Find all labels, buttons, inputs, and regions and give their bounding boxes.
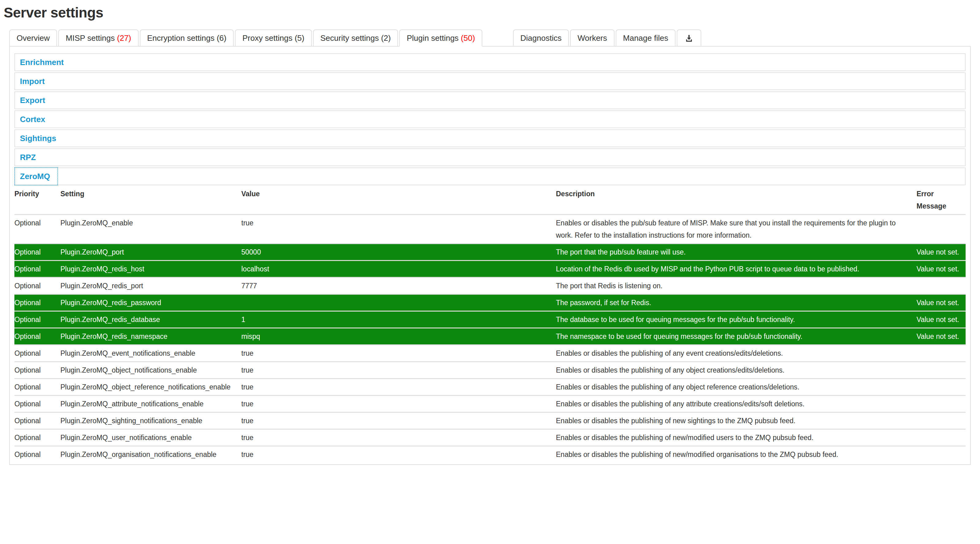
tab-label: Manage files bbox=[623, 33, 668, 43]
description-cell: Enables or disables the publishing of ne… bbox=[556, 429, 916, 445]
description-cell: Enables or disables the publishing of an… bbox=[556, 378, 916, 395]
setting-cell: Plugin.ZeroMQ_port bbox=[60, 243, 241, 260]
value-cell[interactable]: mispq bbox=[241, 328, 556, 344]
section-label[interactable]: ZeroMQ bbox=[20, 172, 50, 181]
plugin-settings-panel: EnrichmentImportExportCortexSightingsRPZ… bbox=[9, 47, 971, 465]
priority-cell: Optional bbox=[14, 243, 60, 260]
server-settings-page: Server settings OverviewMISP settings (2… bbox=[0, 0, 980, 465]
col-header-setting: Setting bbox=[60, 186, 241, 214]
value-cell[interactable] bbox=[241, 294, 556, 311]
error-message-cell bbox=[916, 277, 966, 294]
tab-diagnostics[interactable]: Diagnostics bbox=[513, 29, 569, 47]
value-cell[interactable]: localhost bbox=[241, 260, 556, 277]
error-message-cell bbox=[916, 361, 966, 378]
setting-cell: Plugin.ZeroMQ_redis_database bbox=[60, 311, 241, 328]
section-label[interactable]: Cortex bbox=[20, 115, 45, 124]
value-cell[interactable]: true bbox=[241, 344, 556, 361]
section-label[interactable]: Sightings bbox=[20, 134, 56, 143]
tab-plugin-settings[interactable]: Plugin settings (50) bbox=[399, 29, 482, 47]
tab-misp-settings[interactable]: MISP settings (27) bbox=[58, 29, 138, 47]
error-message-cell: Value not set. bbox=[916, 294, 966, 311]
priority-cell: Optional bbox=[14, 412, 60, 429]
tab-label: Diagnostics bbox=[520, 33, 562, 43]
plugin-section-enrichment[interactable]: Enrichment bbox=[14, 53, 966, 71]
priority-cell: Optional bbox=[14, 395, 60, 412]
setting-cell: Plugin.ZeroMQ_redis_host bbox=[60, 260, 241, 277]
nav-tabs: OverviewMISP settings (27)Encryption set… bbox=[9, 29, 971, 47]
priority-cell: Optional bbox=[14, 361, 60, 378]
error-message-cell: Value not set. bbox=[916, 328, 966, 344]
setting-row: OptionalPlugin.ZeroMQ_redis_passwordThe … bbox=[14, 294, 966, 311]
description-cell: Location of the Redis db used by MISP an… bbox=[556, 260, 916, 277]
section-label[interactable]: Enrichment bbox=[20, 58, 64, 67]
setting-row: OptionalPlugin.ZeroMQ_event_notification… bbox=[14, 344, 966, 361]
error-message-cell bbox=[916, 429, 966, 445]
plugin-section-sightings[interactable]: Sightings bbox=[14, 129, 966, 147]
value-cell[interactable]: 1 bbox=[241, 311, 556, 328]
setting-row: OptionalPlugin.ZeroMQ_redis_database1The… bbox=[14, 311, 966, 328]
description-cell: Enables or disables the publishing of an… bbox=[556, 344, 916, 361]
setting-row: OptionalPlugin.ZeroMQ_enabletrueEnables … bbox=[14, 214, 966, 243]
priority-cell: Optional bbox=[14, 344, 60, 361]
setting-row: OptionalPlugin.ZeroMQ_redis_port7777The … bbox=[14, 277, 966, 294]
plugin-section-import[interactable]: Import bbox=[14, 72, 966, 90]
setting-cell: Plugin.ZeroMQ_object_notifications_enabl… bbox=[60, 361, 241, 378]
error-message-cell bbox=[916, 412, 966, 429]
download-tab[interactable] bbox=[677, 29, 701, 47]
priority-cell: Optional bbox=[14, 214, 60, 243]
description-cell: The password, if set for Redis. bbox=[556, 294, 916, 311]
tab-label: MISP settings bbox=[65, 33, 117, 43]
description-cell: The namespace to be used for queuing mes… bbox=[556, 328, 916, 344]
value-cell[interactable]: true bbox=[241, 412, 556, 429]
value-cell[interactable]: true bbox=[241, 429, 556, 445]
setting-cell: Plugin.ZeroMQ_redis_port bbox=[60, 277, 241, 294]
value-cell[interactable]: true bbox=[241, 445, 556, 463]
value-cell[interactable]: true bbox=[241, 361, 556, 378]
section-label[interactable]: Import bbox=[20, 77, 45, 86]
plugin-section-export[interactable]: Export bbox=[14, 91, 966, 109]
priority-cell: Optional bbox=[14, 311, 60, 328]
tab-encryption-settings-6-[interactable]: Encryption settings (6) bbox=[140, 29, 234, 47]
error-message-cell: Value not set. bbox=[916, 243, 966, 260]
error-message-cell bbox=[916, 378, 966, 395]
tab-label: Security settings (2) bbox=[320, 33, 391, 43]
priority-cell: Optional bbox=[14, 260, 60, 277]
error-message-cell: Value not set. bbox=[916, 260, 966, 277]
description-cell: The database to be used for queuing mess… bbox=[556, 311, 916, 328]
error-message-cell bbox=[916, 445, 966, 463]
setting-cell: Plugin.ZeroMQ_user_notifications_enable bbox=[60, 429, 241, 445]
col-header-value: Value bbox=[241, 186, 556, 214]
value-cell[interactable]: 50000 bbox=[241, 243, 556, 260]
setting-cell: Plugin.ZeroMQ_redis_namespace bbox=[60, 328, 241, 344]
tab-manage-files[interactable]: Manage files bbox=[616, 29, 676, 47]
setting-row: OptionalPlugin.ZeroMQ_sighting_notificat… bbox=[14, 412, 966, 429]
tab-proxy-settings-5-[interactable]: Proxy settings (5) bbox=[235, 29, 312, 47]
tab-count-badge: (50) bbox=[461, 33, 475, 43]
setting-row: OptionalPlugin.ZeroMQ_object_notificatio… bbox=[14, 361, 966, 378]
plugin-section-cortex[interactable]: Cortex bbox=[14, 110, 966, 128]
value-cell[interactable]: 7777 bbox=[241, 277, 556, 294]
value-cell[interactable]: true bbox=[241, 378, 556, 395]
setting-cell: Plugin.ZeroMQ_attribute_notifications_en… bbox=[60, 395, 241, 412]
setting-row: OptionalPlugin.ZeroMQ_organisation_notif… bbox=[14, 445, 966, 463]
plugin-section-zeromq[interactable]: ZeroMQ bbox=[14, 167, 966, 185]
value-cell[interactable]: true bbox=[241, 395, 556, 412]
plugin-sections: EnrichmentImportExportCortexSightingsRPZ… bbox=[14, 53, 966, 185]
col-header-priority: Priority bbox=[14, 186, 60, 214]
error-message-cell bbox=[916, 395, 966, 412]
value-cell[interactable]: true bbox=[241, 214, 556, 243]
priority-cell: Optional bbox=[14, 429, 60, 445]
section-label[interactable]: Export bbox=[20, 95, 45, 105]
description-cell: Enables or disables the publishing of an… bbox=[556, 361, 916, 378]
setting-row: OptionalPlugin.ZeroMQ_user_notifications… bbox=[14, 429, 966, 445]
section-label[interactable]: RPZ bbox=[20, 153, 36, 162]
plugin-section-rpz[interactable]: RPZ bbox=[14, 148, 966, 166]
tab-security-settings-2-[interactable]: Security settings (2) bbox=[313, 29, 398, 47]
description-cell: Enables or disables the pub/sub feature … bbox=[556, 214, 916, 243]
tab-overview[interactable]: Overview bbox=[9, 29, 57, 47]
setting-row: OptionalPlugin.ZeroMQ_attribute_notifica… bbox=[14, 395, 966, 412]
tab-workers[interactable]: Workers bbox=[570, 29, 614, 47]
page-title: Server settings bbox=[4, 4, 977, 21]
setting-cell: Plugin.ZeroMQ_organisation_notifications… bbox=[60, 445, 241, 463]
tab-label: Workers bbox=[578, 33, 607, 43]
